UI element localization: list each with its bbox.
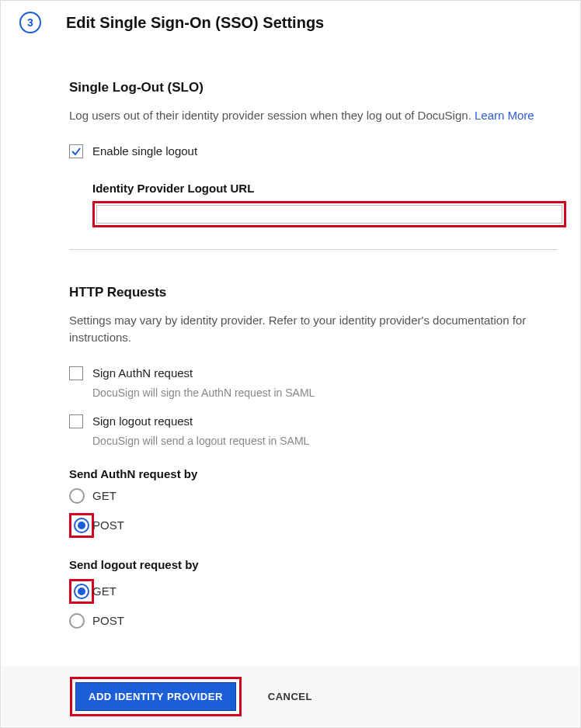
sign-logout-hint: DocuSign will send a logout request in S…	[92, 435, 557, 447]
logout-url-label: Identity Provider Logout URL	[92, 182, 557, 195]
add-identity-provider-button[interactable]: ADD IDENTITY PROVIDER	[75, 682, 236, 711]
sign-authn-hint: DocuSign will sign the AuthN request in …	[92, 387, 557, 399]
radio-authn-get-label: GET	[92, 489, 117, 502]
send-authn-label: Send AuthN request by	[69, 467, 557, 480]
logout-url-field: Identity Provider Logout URL	[92, 182, 557, 227]
send-authn-post-row[interactable]: POST	[69, 513, 557, 538]
sign-authn-row[interactable]: Sign AuthN request	[69, 366, 557, 380]
radio-dot-icon	[78, 588, 85, 595]
step-badge: 3	[19, 12, 41, 33]
highlight-box	[92, 201, 566, 227]
radio-logout-get[interactable]	[74, 584, 89, 599]
highlight-box: ADD IDENTITY PROVIDER	[70, 677, 242, 716]
send-logout-label: Send logout request by	[69, 558, 557, 571]
logout-url-input[interactable]	[96, 205, 562, 224]
highlight-box	[69, 579, 94, 604]
enable-slo-label: Enable single logout	[92, 144, 197, 158]
radio-logout-post[interactable]	[69, 613, 85, 629]
radio-logout-post-label: POST	[92, 614, 124, 627]
radio-authn-post[interactable]	[74, 518, 89, 533]
radio-authn-get[interactable]	[69, 488, 85, 504]
sign-logout-checkbox[interactable]	[69, 414, 83, 428]
step-number: 3	[27, 16, 33, 29]
cancel-button[interactable]: CANCEL	[263, 690, 317, 703]
footer: ADD IDENTITY PROVIDER CANCEL	[2, 666, 579, 726]
page-title: Edit Single Sign-On (SSO) Settings	[66, 14, 324, 32]
section-divider	[69, 249, 557, 250]
sign-logout-row[interactable]: Sign logout request	[69, 414, 557, 428]
learn-more-link[interactable]: Learn More	[475, 109, 534, 122]
send-authn-get-row[interactable]: GET	[69, 488, 557, 504]
radio-dot-icon	[78, 522, 85, 529]
sign-logout-label: Sign logout request	[92, 414, 193, 428]
slo-heading: Single Log-Out (SLO)	[69, 80, 557, 95]
highlight-box	[69, 513, 94, 538]
sso-settings-panel: 3 Edit Single Sign-On (SSO) Settings Sin…	[0, 0, 581, 728]
slo-desc-text: Log users out of their identity provider…	[69, 109, 475, 122]
checkmark-icon	[71, 146, 82, 157]
radio-logout-get-label: GET	[92, 584, 117, 598]
http-description: Settings may vary by identity provider. …	[69, 312, 557, 347]
slo-description: Log users out of their identity provider…	[69, 107, 557, 125]
radio-authn-post-label: POST	[92, 518, 124, 532]
sign-authn-checkbox[interactable]	[69, 366, 83, 380]
header: 3 Edit Single Sign-On (SSO) Settings	[1, 1, 580, 33]
send-logout-post-row[interactable]: POST	[69, 613, 557, 629]
http-heading: HTTP Requests	[69, 285, 557, 300]
sign-authn-label: Sign AuthN request	[92, 366, 193, 380]
send-logout-get-row[interactable]: GET	[69, 579, 557, 604]
content: Single Log-Out (SLO) Log users out of th…	[1, 80, 580, 629]
enable-slo-checkbox[interactable]	[69, 144, 83, 158]
enable-slo-row[interactable]: Enable single logout	[69, 144, 557, 158]
